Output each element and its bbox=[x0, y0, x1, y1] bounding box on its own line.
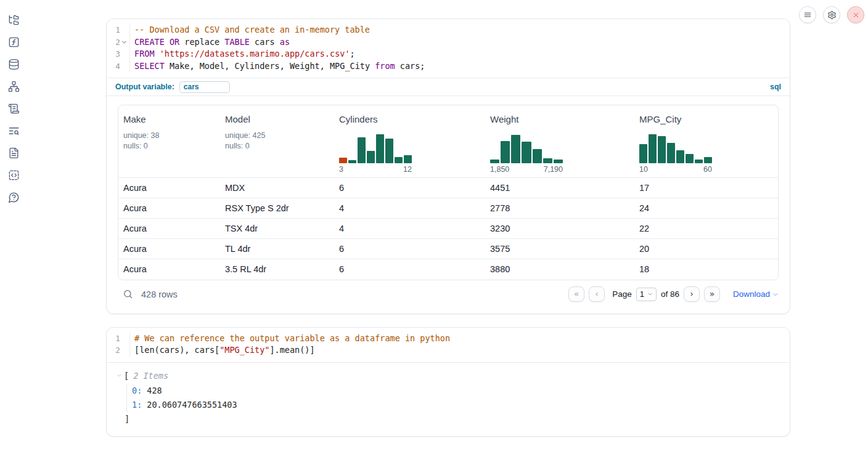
column-stats: unique: 425nulls: 0 bbox=[225, 131, 329, 151]
histogram-bar bbox=[367, 151, 375, 163]
next-page-button[interactable]: › bbox=[684, 286, 700, 302]
python-code-editor[interactable]: 1# We can reference the output variable … bbox=[107, 328, 790, 362]
row-count-label: 428 rows bbox=[141, 289, 178, 299]
table-row: Acura3.5 RL 4dr6388018 bbox=[118, 259, 778, 280]
histogram-bar bbox=[649, 134, 657, 164]
table-footer: 428 rows «‹ Page 1 of 86 ›» Download bbox=[118, 285, 779, 304]
fold-chevron-icon[interactable] bbox=[120, 36, 128, 49]
sidebar-documentation-button[interactable] bbox=[2, 142, 25, 164]
language-badge: sql bbox=[770, 83, 781, 91]
sidebar-logs-button[interactable] bbox=[2, 119, 25, 142]
code-line[interactable]: 2CREATE OR replace TABLE cars as bbox=[107, 36, 790, 49]
histogram-bar bbox=[533, 149, 542, 164]
histogram-bar bbox=[490, 160, 499, 163]
table-cell: Acura bbox=[118, 198, 220, 219]
chevron-down-icon bbox=[647, 291, 653, 297]
python-cell-output: [ 2 Items 0:4281:20.060747663551403 ] bbox=[107, 362, 790, 436]
sidebar-dependency-graph-button[interactable] bbox=[2, 75, 25, 97]
histogram-bar bbox=[658, 136, 666, 163]
sidebar-help-button[interactable] bbox=[2, 186, 25, 208]
row-count-group: 428 rows bbox=[118, 289, 178, 299]
table-cell: Acura bbox=[118, 239, 220, 259]
code-line[interactable]: 3FROM 'https://datasets.marimo.app/cars.… bbox=[107, 48, 790, 60]
page-select-value: 1 bbox=[640, 289, 644, 299]
line-number: 4 bbox=[107, 60, 120, 73]
histogram-bar bbox=[501, 141, 510, 163]
table-cell: 3575 bbox=[485, 239, 634, 259]
sidebar-file-explorer-button[interactable] bbox=[2, 9, 25, 31]
last-page-button[interactable]: » bbox=[704, 286, 720, 302]
table-cell: TSX 4dr bbox=[220, 219, 334, 239]
table-row: AcuraMDX6445117 bbox=[118, 178, 778, 198]
sql-code-editor[interactable]: 1-- Download a CSV and create an in-memo… bbox=[107, 19, 790, 78]
shutdown-button[interactable] bbox=[847, 6, 864, 23]
histogram-axis-labels: 1060 bbox=[639, 165, 712, 174]
histogram-bar bbox=[511, 135, 520, 163]
column-header-model[interactable]: Modelunique: 425nulls: 0 bbox=[220, 105, 334, 178]
histogram-bar bbox=[639, 144, 647, 163]
table-cell: Acura bbox=[118, 259, 220, 280]
table-cell: 20 bbox=[634, 239, 778, 259]
fold-gutter bbox=[120, 48, 128, 60]
code-line[interactable]: 2[len(cars), cars["MPG_City"].mean()] bbox=[107, 344, 790, 357]
code-line[interactable]: 1-- Download a CSV and create an in-memo… bbox=[107, 24, 790, 36]
sidebar-datasources-button[interactable] bbox=[2, 53, 25, 75]
table-cell: 6 bbox=[334, 178, 485, 198]
table-cell: RSX Type S 2dr bbox=[220, 198, 334, 219]
table-row: AcuraRSX Type S 2dr4277824 bbox=[118, 198, 778, 219]
code-line[interactable]: 4SELECT Make, Model, Cylinders, Weight, … bbox=[107, 60, 790, 73]
table-cell: 2778 bbox=[485, 198, 634, 219]
column-stats: unique: 38nulls: 0 bbox=[123, 131, 215, 151]
download-button[interactable]: Download bbox=[733, 289, 779, 299]
search-button[interactable] bbox=[123, 289, 133, 299]
sidebar-scratchpad-button[interactable] bbox=[2, 97, 25, 119]
chevron-down-icon bbox=[772, 291, 779, 297]
histogram-bar bbox=[395, 157, 403, 163]
output-variable-input[interactable] bbox=[179, 81, 230, 93]
table-cell: 4451 bbox=[485, 178, 634, 198]
tree-collapse-toggle[interactable] bbox=[117, 373, 122, 378]
table-cell: 6 bbox=[334, 239, 485, 259]
notebook-actions bbox=[799, 6, 864, 23]
menu-button[interactable] bbox=[799, 6, 816, 23]
line-number: 1 bbox=[107, 333, 120, 345]
logs-icon bbox=[8, 125, 20, 137]
menu-icon bbox=[803, 10, 812, 19]
list-items-count: 2 Items bbox=[133, 371, 168, 381]
page-select[interactable]: 1 bbox=[636, 288, 657, 301]
column-header-weight[interactable]: Weight1,8507,190 bbox=[485, 105, 634, 178]
histogram-bar bbox=[376, 134, 384, 164]
table-cell: TL 4dr bbox=[220, 239, 334, 259]
table-row: AcuraTSX 4dr4323022 bbox=[118, 219, 778, 239]
settings-button[interactable] bbox=[823, 6, 840, 23]
prev-page-button[interactable]: ‹ bbox=[589, 286, 605, 302]
sidebar-snippets-button[interactable] bbox=[2, 164, 25, 186]
fold-gutter bbox=[120, 60, 128, 73]
line-number: 1 bbox=[107, 24, 120, 36]
datasources-icon bbox=[8, 59, 20, 70]
histogram-bar bbox=[667, 143, 675, 164]
output-variable-label: Output variable: bbox=[115, 83, 174, 91]
list-item: 1:20.060747663551403 bbox=[132, 398, 780, 412]
line-number: 3 bbox=[107, 48, 120, 60]
column-header-make[interactable]: Makeunique: 38nulls: 0 bbox=[118, 105, 220, 178]
table-cell: MDX bbox=[220, 178, 334, 198]
list-item: 0:428 bbox=[132, 384, 780, 398]
histogram-bar bbox=[522, 142, 531, 163]
column-header-cylinders[interactable]: Cylinders312 bbox=[334, 105, 485, 178]
table-cell: Acura bbox=[118, 178, 220, 198]
table-cell: 3230 bbox=[485, 219, 634, 239]
list-open-bracket: [ bbox=[124, 371, 129, 381]
sidebar-functions-button[interactable] bbox=[2, 31, 25, 53]
download-label: Download bbox=[733, 289, 770, 299]
chevron-down-icon bbox=[117, 373, 122, 378]
column-title: Model bbox=[225, 114, 329, 124]
helper-sidebar bbox=[0, 0, 27, 208]
column-histogram bbox=[639, 132, 712, 163]
list-close-bracket: ] bbox=[125, 414, 780, 424]
code-line[interactable]: 1# We can reference the output variable … bbox=[107, 333, 790, 345]
histogram-axis-labels: 1,8507,190 bbox=[490, 165, 563, 174]
first-page-button[interactable]: « bbox=[568, 286, 584, 302]
column-header-mpg_city[interactable]: MPG_City1060 bbox=[634, 105, 778, 178]
column-title: MPG_City bbox=[639, 114, 773, 124]
